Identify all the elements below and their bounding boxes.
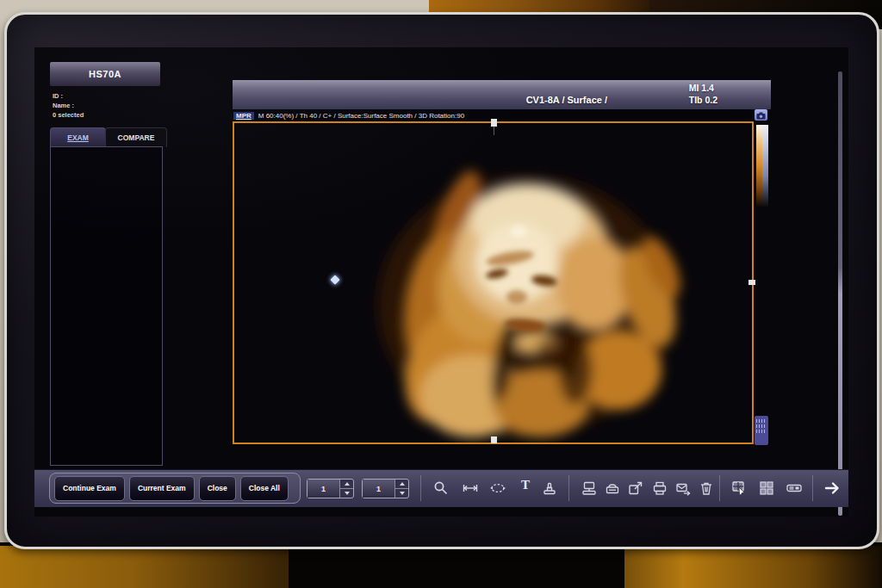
zoom-icon[interactable]	[432, 480, 450, 497]
text-annotation-icon[interactable]: T	[517, 478, 534, 498]
patient-id-label: ID :	[53, 91, 165, 101]
tab-exam-label: EXAM	[67, 133, 89, 142]
mpr-mode-badge[interactable]: MPR	[233, 112, 254, 120]
stepper-down-icon[interactable]	[340, 489, 353, 498]
monitor-stand	[289, 546, 624, 588]
toolbar-divider	[420, 475, 421, 501]
counter-row	[756, 430, 767, 433]
fetus-3d-render	[233, 121, 752, 443]
patient-info-block: ID : Name : 0 selected	[53, 91, 165, 120]
counter-row	[756, 419, 767, 423]
toolbar-divider	[719, 475, 720, 501]
background-wood-bottom-left	[0, 546, 297, 588]
measure-distance-icon[interactable]	[462, 480, 479, 497]
roi-center-tick-right	[748, 280, 755, 285]
tab-compare-label: COMPARE	[118, 133, 155, 142]
stepper-up-icon[interactable]	[340, 480, 353, 489]
printer-icon[interactable]	[651, 480, 668, 497]
probe-preset-label: CV1-8A / Surface /	[526, 95, 607, 105]
patient-name-label: Name :	[53, 101, 165, 110]
select-layout-icon[interactable]	[730, 480, 748, 497]
continue-exam-button[interactable]: Continue Exam	[54, 476, 125, 501]
exam-button-group: Continue Exam Current Exam Close Close A…	[49, 473, 301, 504]
ultrasound-app-screen: HS70A ID : Name : 0 selected EXAM COMPAR…	[34, 47, 848, 517]
next-page-arrow-icon[interactable]	[823, 480, 841, 497]
stepper-arrows[interactable]	[394, 480, 408, 498]
gray-gradient-bar	[762, 125, 768, 207]
stepper-arrows[interactable]	[339, 480, 353, 498]
stepper-value: 1	[307, 480, 339, 498]
workstation-icon[interactable]	[581, 480, 598, 497]
stepper-down-icon[interactable]	[395, 489, 408, 498]
mi-value: MI 1.4	[689, 83, 717, 95]
close-all-button[interactable]: Close All	[240, 476, 289, 501]
measure-ellipse-icon[interactable]	[489, 480, 506, 497]
render-status-row: MPR M 60:40(%) / Th 40 / C+ / Surface:Su…	[233, 109, 771, 122]
image-info-bar: CV1-8A / Surface / MI 1.4 TIb 0.2	[233, 80, 771, 109]
delete-icon[interactable]	[698, 480, 715, 497]
model-label: HS70A	[89, 69, 121, 79]
current-exam-button[interactable]: Current Exam	[129, 476, 195, 501]
exam-image-list-panel[interactable]	[50, 146, 163, 466]
selected-count-label: 0 selected	[53, 110, 165, 120]
render-colormap-bar	[756, 125, 768, 207]
close-button[interactable]: Close	[199, 476, 236, 501]
stepper-up-icon[interactable]	[395, 480, 408, 489]
column-count-stepper[interactable]: 1	[362, 479, 409, 498]
roi-center-tick-bottom	[491, 436, 497, 443]
quad-view-icon[interactable]	[758, 480, 775, 497]
send-dicom-icon[interactable]	[674, 480, 692, 497]
toolbar-divider	[568, 475, 569, 501]
roi-centerline-stem	[494, 127, 494, 135]
ti-value: TIb 0.2	[689, 95, 717, 107]
bottom-toolbar: Continue Exam Current Exam Close Close A…	[34, 469, 848, 507]
acoustic-output-block: MI 1.4 TIb 0.2	[689, 83, 717, 106]
body-marker-icon[interactable]	[541, 480, 558, 497]
stepper-value: 1	[363, 480, 394, 498]
image-counter-badge	[755, 416, 768, 445]
render-parameters-text: M 60:40(%) / Th 40 / C+ / Surface:Surfac…	[258, 112, 464, 120]
scanner-icon[interactable]	[604, 480, 621, 497]
export-image-icon[interactable]	[627, 480, 644, 497]
row-count-stepper[interactable]: 1	[307, 479, 354, 498]
system-model-header: HS70A	[50, 62, 160, 86]
tab-compare[interactable]: COMPARE	[105, 127, 167, 147]
toolbar-divider	[812, 475, 813, 501]
right-scrollbar[interactable]	[838, 71, 842, 516]
camera-icon	[756, 108, 766, 123]
amber-gradient-bar	[756, 125, 762, 207]
roi-center-tick-top	[491, 119, 497, 127]
photo-of-ultrasound-monitor: HS70A ID : Name : 0 selected EXAM COMPAR…	[0, 0, 882, 588]
counter-row	[756, 424, 767, 428]
snapshot-camera-button[interactable]	[755, 109, 767, 121]
keyboard-icon[interactable]	[786, 480, 803, 497]
tab-exam[interactable]: EXAM	[50, 127, 106, 147]
